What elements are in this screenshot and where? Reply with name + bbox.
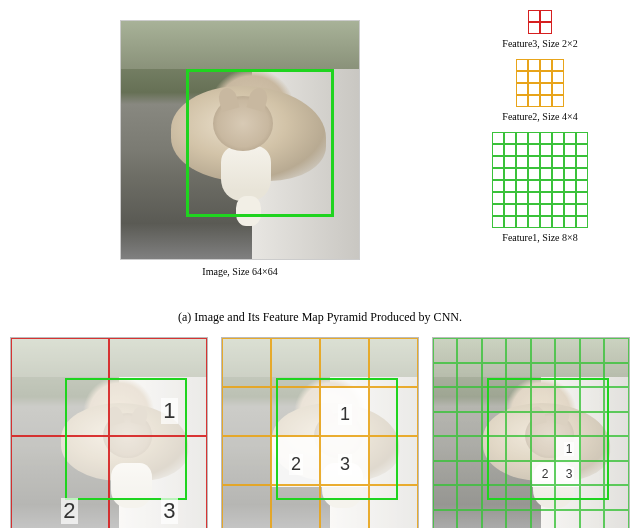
bounding-box (186, 69, 334, 217)
bounding-box (487, 378, 609, 500)
top-section: Image, Size 64×64 Feature3, Size 2×2 Fea… (0, 0, 640, 300)
bounding-box (65, 378, 187, 500)
feature1-label: Feature1, Size 8×8 (470, 232, 610, 243)
feature3-label: Feature3, Size 2×2 (470, 38, 610, 49)
cell-number: 1 (161, 398, 177, 424)
cell-number: 2 (289, 454, 303, 475)
feature2-grid (516, 59, 564, 107)
cell-number: 1 (564, 442, 575, 456)
thumb-4x4: 1 2 3 (221, 337, 419, 528)
cell-number: 1 (338, 404, 352, 425)
main-cat-image (120, 20, 360, 260)
bounding-box (276, 378, 398, 500)
feature-pyramid: Feature3, Size 2×2 Feature2, Size 4×4 Fe… (470, 10, 610, 253)
cell-number: 3 (161, 498, 177, 524)
feature2-label: Feature2, Size 4×4 (470, 111, 610, 122)
cell-number: 3 (338, 454, 352, 475)
main-image-wrapper: Image, Size 64×64 (120, 20, 360, 277)
feature1-grid (492, 132, 588, 228)
main-image-label: Image, Size 64×64 (120, 266, 360, 277)
feature3-grid (528, 10, 552, 34)
thumb-8x8: 1 2 3 (432, 337, 630, 528)
bottom-row: 1 2 3 1 2 3 1 2 3 (0, 325, 640, 528)
subfigure-caption: (a) Image and Its Feature Map Pyramid Pr… (0, 310, 640, 325)
cell-number: 3 (564, 467, 575, 481)
cell-number: 2 (540, 467, 551, 481)
thumb-2x2: 1 2 3 (10, 337, 208, 528)
cell-number: 2 (61, 498, 77, 524)
